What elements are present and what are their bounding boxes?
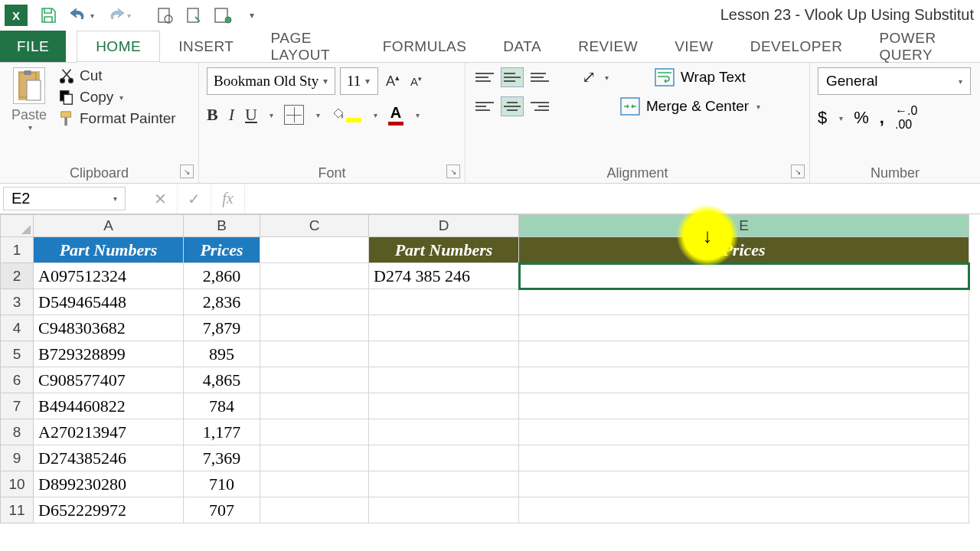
decrease-font-button[interactable]: A▾ [407, 75, 425, 88]
cell-D8[interactable] [369, 419, 519, 445]
tab-view[interactable]: VIEW [656, 31, 732, 62]
cell-D1[interactable]: Part Numbers [369, 237, 519, 263]
cell-E5[interactable] [519, 341, 969, 367]
undo-button[interactable]: ▾ [63, 2, 100, 28]
fill-color-button[interactable] [331, 107, 361, 122]
cell-D5[interactable] [369, 341, 519, 367]
col-header-B[interactable]: B [184, 214, 260, 237]
tab-power-query[interactable]: POWER QUERY [861, 31, 980, 62]
align-middle-button[interactable] [501, 67, 524, 87]
cell-E7[interactable] [519, 393, 969, 419]
cell-B3[interactable]: 2,836 [184, 289, 260, 315]
tab-data[interactable]: DATA [485, 31, 560, 62]
cell-A10[interactable]: D899230280 [34, 471, 184, 497]
insert-function-button[interactable]: fx [211, 184, 245, 214]
cell-A7[interactable]: B494460822 [34, 393, 184, 419]
cell-A4[interactable]: C948303682 [34, 315, 184, 341]
align-bottom-button[interactable] [528, 67, 551, 87]
tab-formulas[interactable]: FORMULAS [364, 31, 485, 62]
cell-D6[interactable] [369, 367, 519, 393]
cut-button[interactable]: Cut [58, 67, 176, 84]
touch-mode-button[interactable] [208, 2, 237, 28]
cell-A9[interactable]: D274385246 [34, 445, 184, 471]
cell-E4[interactable] [519, 315, 969, 341]
cell-A2[interactable]: A097512324 [34, 263, 184, 289]
cell-D7[interactable] [369, 393, 519, 419]
cell-E9[interactable] [519, 445, 969, 471]
row-header[interactable]: 7 [0, 393, 34, 419]
row-header[interactable]: 4 [0, 315, 34, 341]
increase-font-button[interactable]: A▴ [383, 73, 403, 90]
comma-format-button[interactable]: , [880, 108, 884, 128]
cell-D9[interactable] [369, 445, 519, 471]
cell-B8[interactable]: 1,177 [184, 419, 260, 445]
cell-A11[interactable]: D652229972 [34, 497, 184, 523]
copy-button[interactable]: Copy ▾ [58, 89, 176, 106]
cell-C11[interactable] [260, 497, 369, 523]
cell-B9[interactable]: 7,369 [184, 445, 260, 471]
cell-C6[interactable] [260, 367, 369, 393]
row-header[interactable]: 1 [0, 237, 34, 263]
redo-button[interactable]: ▾ [100, 2, 136, 28]
tab-file[interactable]: FILE [0, 31, 66, 62]
align-center-button[interactable] [501, 96, 524, 116]
wrap-text-button[interactable]: Wrap Text [655, 68, 746, 86]
accounting-format-button[interactable]: $ [818, 108, 827, 128]
cell-B2[interactable]: 2,860 [184, 263, 260, 289]
align-left-button[interactable] [473, 96, 496, 116]
cell-A6[interactable]: C908577407 [34, 367, 184, 393]
row-header[interactable]: 2 [0, 263, 34, 289]
cancel-formula-button[interactable]: ✕ [144, 184, 178, 214]
font-family-combo[interactable]: Bookman Old Sty▾ [207, 67, 335, 95]
cell-D2[interactable]: D274 385 246 [369, 263, 519, 289]
align-top-button[interactable] [473, 67, 496, 87]
cell-D10[interactable] [369, 471, 519, 497]
cell-C7[interactable] [260, 393, 369, 419]
cell-A3[interactable]: D549465448 [34, 289, 184, 315]
tab-page-layout[interactable]: PAGE LAYOUT [252, 31, 364, 62]
bold-button[interactable]: B [207, 105, 218, 125]
number-format-combo[interactable]: General▾ [818, 67, 971, 95]
font-launcher[interactable]: ↘ [446, 165, 460, 178]
italic-button[interactable]: I [229, 105, 234, 125]
row-header[interactable]: 6 [0, 367, 34, 393]
row-header[interactable]: 11 [0, 497, 34, 523]
cell-B5[interactable]: 895 [184, 341, 260, 367]
row-header[interactable]: 5 [0, 341, 34, 367]
cell-B7[interactable]: 784 [184, 393, 260, 419]
paste-icon[interactable] [13, 67, 45, 104]
quick-print-button[interactable] [179, 2, 208, 28]
percent-format-button[interactable]: % [854, 108, 869, 128]
cell-B6[interactable]: 4,865 [184, 367, 260, 393]
align-right-button[interactable] [528, 96, 551, 116]
font-color-button[interactable]: A [388, 104, 403, 126]
cell-E11[interactable] [519, 497, 969, 523]
print-preview-button[interactable] [150, 2, 179, 28]
tab-insert[interactable]: INSERT [160, 31, 252, 62]
cell-E1[interactable]: Prices [519, 237, 969, 263]
cell-E10[interactable] [519, 471, 969, 497]
name-box[interactable]: E2 ▾ [3, 187, 126, 210]
row-header[interactable]: 8 [0, 419, 34, 445]
cell-A8[interactable]: A270213947 [34, 419, 184, 445]
tab-developer[interactable]: DEVELOPER [732, 31, 861, 62]
col-header-C[interactable]: C [260, 214, 369, 237]
cell-A5[interactable]: B729328899 [34, 341, 184, 367]
clipboard-launcher[interactable]: ↘ [180, 165, 194, 178]
font-size-combo[interactable]: 11▾ [340, 67, 378, 95]
cell-B1[interactable]: Prices [184, 237, 260, 263]
col-header-E[interactable]: E [519, 214, 969, 237]
cell-C8[interactable] [260, 419, 369, 445]
cell-D11[interactable] [369, 497, 519, 523]
cell-C3[interactable] [260, 289, 369, 315]
formula-input[interactable] [245, 184, 980, 214]
format-painter-button[interactable]: Format Painter [58, 110, 176, 127]
underline-button[interactable]: U [245, 105, 257, 125]
tab-review[interactable]: REVIEW [560, 31, 656, 62]
cell-C5[interactable] [260, 341, 369, 367]
cell-B10[interactable]: 710 [184, 471, 260, 497]
cell-E8[interactable] [519, 419, 969, 445]
tab-home[interactable]: HOME [77, 31, 160, 62]
orientation-button[interactable]: ⤢ [582, 67, 596, 87]
cell-D4[interactable] [369, 315, 519, 341]
